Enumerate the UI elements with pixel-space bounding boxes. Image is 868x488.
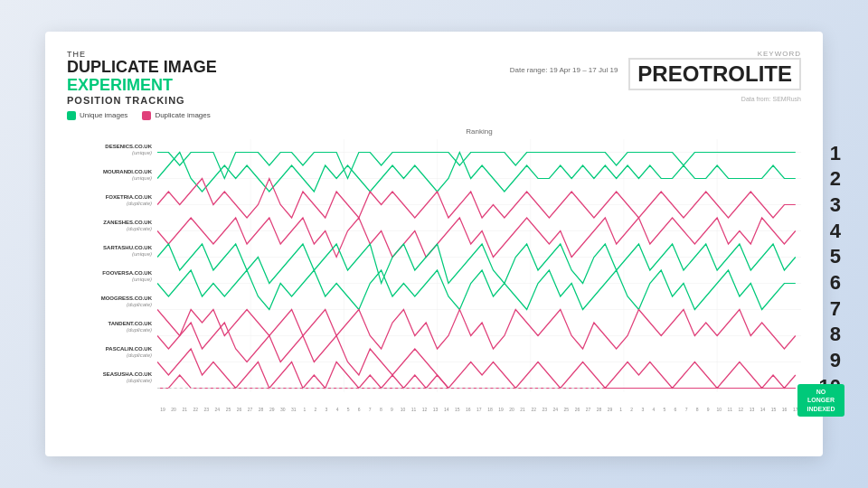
- x-label: 22: [528, 407, 539, 412]
- x-label: 7: [681, 407, 692, 412]
- title-sub: POSITION TRACKING: [67, 95, 217, 106]
- x-label: 23: [201, 407, 212, 412]
- legend: Unique images Duplicate images: [67, 111, 801, 120]
- x-label: 11: [724, 407, 735, 412]
- keyword-value: PREOTROLITE: [628, 58, 801, 90]
- x-label: 24: [550, 407, 561, 412]
- chart-wrapper: DESENICS.CO.UK(unique)MOURANDI.CO.UK(uni…: [67, 127, 801, 412]
- y-label-item: MOURANDI.CO.UK(unique): [67, 169, 157, 182]
- rank-number: 7: [819, 299, 841, 319]
- x-label: 3: [321, 407, 332, 412]
- y-label-item: FOXETRIA.CO.UK(duplicate): [67, 194, 157, 207]
- y-label-item: PASCALIN.CO.UK(duplicate): [67, 346, 157, 359]
- y-label-item: DESENICS.CO.UK(unique): [67, 144, 157, 156]
- x-labels: 1920212223242526272829303112345678910111…: [157, 407, 801, 412]
- rank-number: 9: [819, 351, 841, 371]
- x-label: 12: [420, 407, 430, 412]
- x-label: 23: [539, 407, 550, 412]
- x-label: 15: [452, 407, 463, 412]
- legend-duplicate: Duplicate images: [142, 111, 210, 120]
- x-label: 10: [397, 407, 408, 412]
- y-labels: DESENICS.CO.UK(unique)MOURANDI.CO.UK(uni…: [67, 127, 157, 412]
- x-label: 25: [561, 407, 571, 412]
- x-label: 13: [746, 407, 757, 412]
- y-label-item: SEASUSHA.CO.UK(duplicate): [67, 371, 157, 384]
- x-label: 27: [245, 407, 256, 412]
- title-experiment: EXPERIMENT: [67, 77, 217, 95]
- x-label: 16: [779, 407, 790, 412]
- x-label: 28: [594, 407, 605, 412]
- chart-area: Ranking: [157, 127, 801, 412]
- x-label: 9: [703, 407, 713, 412]
- no-longer-indexed-badge: NO LONGER INDEXED: [797, 384, 844, 416]
- x-label: 24: [212, 407, 222, 412]
- keyword-block: KEYWORD PREOTROLITE: [628, 50, 801, 90]
- x-label: 1: [616, 407, 627, 412]
- x-label: 22: [190, 407, 201, 412]
- unique-label: Unique images: [80, 111, 127, 119]
- data-source: Data from: SEMRush: [741, 96, 801, 102]
- x-label: 1: [299, 407, 310, 412]
- title-main: DUPLICATE IMAGE: [67, 59, 217, 77]
- y-label-item: SARTASHU.CO.UK(unique): [67, 245, 157, 258]
- x-label: 9: [386, 407, 397, 412]
- x-label: 11: [408, 407, 419, 412]
- x-label: 30: [278, 407, 288, 412]
- x-label: 25: [222, 407, 233, 412]
- x-label: 21: [179, 407, 190, 412]
- chart-svg: [157, 139, 801, 401]
- x-label: 29: [267, 407, 278, 412]
- keyword-label: KEYWORD: [628, 50, 801, 58]
- rank-numbers: 12345678910: [819, 144, 841, 397]
- x-label: 3: [637, 407, 648, 412]
- duplicate-dot: [142, 111, 151, 120]
- x-label: 20: [168, 407, 179, 412]
- x-label: 8: [375, 407, 386, 412]
- x-label: 17: [474, 407, 485, 412]
- x-label: 26: [571, 407, 582, 412]
- x-label: 8: [692, 407, 703, 412]
- title-block: THE DUPLICATE IMAGE EXPERIMENT POSITION …: [67, 50, 217, 106]
- header: THE DUPLICATE IMAGE EXPERIMENT POSITION …: [67, 50, 801, 106]
- x-label: 29: [605, 407, 616, 412]
- x-label: 5: [343, 407, 354, 412]
- x-label: 16: [463, 407, 474, 412]
- x-label: 19: [495, 407, 506, 412]
- rank-number: 4: [819, 221, 841, 241]
- rank-number: 3: [819, 195, 841, 215]
- x-label: 20: [506, 407, 517, 412]
- x-label: 6: [354, 407, 364, 412]
- y-label-item: ZANESHES.CO.UK(duplicate): [67, 220, 157, 232]
- x-label: 13: [430, 407, 441, 412]
- x-label: 27: [582, 407, 593, 412]
- y-label-item: FOOVERSA.CO.UK(unique): [67, 270, 157, 283]
- x-label: 2: [627, 407, 637, 412]
- x-label: 14: [757, 407, 768, 412]
- rank-number: 5: [819, 247, 841, 267]
- x-label: 26: [233, 407, 244, 412]
- x-label: 10: [713, 407, 724, 412]
- rank-number: 1: [819, 144, 841, 164]
- x-label: 14: [441, 407, 452, 412]
- x-label: 5: [659, 407, 670, 412]
- x-label: 31: [288, 407, 299, 412]
- legend-unique: Unique images: [67, 111, 127, 120]
- x-label: 21: [517, 407, 528, 412]
- x-label: 19: [157, 407, 168, 412]
- x-label: 2: [310, 407, 321, 412]
- rank-number: 2: [819, 169, 841, 189]
- unique-dot: [67, 111, 76, 120]
- duplicate-label: Duplicate images: [155, 111, 210, 119]
- header-right: Date range: 19 Apr 19 – 17 Jul 19 KEYWOR…: [510, 50, 801, 102]
- x-label: 4: [648, 407, 659, 412]
- x-label: 12: [735, 407, 746, 412]
- x-label: 18: [485, 407, 495, 412]
- date-range: Date range: 19 Apr 19 – 17 Jul 19: [510, 66, 618, 74]
- x-label: 7: [364, 407, 375, 412]
- rank-number: 6: [819, 273, 841, 293]
- y-label-item: TANDENT.CO.UK(duplicate): [67, 321, 157, 333]
- y-label-item: MOOGRESS.CO.UK(duplicate): [67, 296, 157, 308]
- main-card: THE DUPLICATE IMAGE EXPERIMENT POSITION …: [45, 32, 823, 456]
- chart-title: Ranking: [157, 127, 801, 136]
- x-label: 28: [256, 407, 267, 412]
